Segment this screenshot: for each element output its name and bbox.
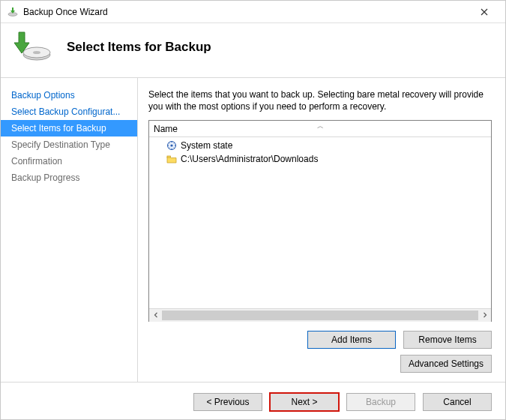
scroll-left-icon[interactable] <box>149 309 162 322</box>
main-panel: Select the items that you want to back u… <box>138 78 505 382</box>
folder-icon <box>166 153 178 165</box>
window-title: Backup Once Wizard <box>23 7 469 17</box>
wizard-body: Backup Options Select Backup Configurat.… <box>1 78 505 382</box>
horizontal-scrollbar[interactable] <box>149 308 491 321</box>
step-backup-options[interactable]: Backup Options <box>1 87 137 104</box>
scroll-right-icon[interactable] <box>478 309 491 322</box>
svg-rect-6 <box>167 156 171 158</box>
step-specify-destination-type: Specify Destination Type <box>1 136 137 153</box>
svg-point-5 <box>170 145 172 147</box>
items-listbox[interactable]: Name ︿ System state <box>148 120 492 322</box>
wizard-header: Select Items for Backup <box>1 23 505 78</box>
list-item[interactable]: System state <box>149 139 491 152</box>
scroll-track[interactable] <box>162 309 478 322</box>
item-buttons-row: Add Items Remove Items <box>148 331 492 349</box>
step-confirmation: Confirmation <box>1 153 137 170</box>
backup-button: Backup <box>346 393 415 411</box>
add-items-button[interactable]: Add Items <box>307 331 396 349</box>
advanced-row: Advanced Settings <box>148 355 492 373</box>
step-select-backup-configuration[interactable]: Select Backup Configurat... <box>1 104 137 120</box>
list-rows: System state C:\Users\Administrator\Down… <box>149 137 491 308</box>
step-select-items-for-backup[interactable]: Select Items for Backup <box>1 120 137 136</box>
steps-sidebar: Backup Options Select Backup Configurat.… <box>1 78 138 382</box>
remove-items-button[interactable]: Remove Items <box>403 331 492 349</box>
step-backup-progress: Backup Progress <box>1 170 137 186</box>
cancel-button[interactable]: Cancel <box>423 393 492 411</box>
wizard-footer: < Previous Next > Backup Cancel <box>1 382 505 420</box>
page-title: Select Items for Backup <box>67 40 211 55</box>
close-button[interactable] <box>469 2 499 22</box>
scroll-thumb[interactable] <box>162 310 478 320</box>
column-header-name[interactable]: Name ︿ <box>149 121 491 137</box>
list-item-label: C:\Users\Administrator\Downloads <box>181 154 318 164</box>
app-icon <box>7 6 19 18</box>
next-button[interactable]: Next > <box>270 393 339 411</box>
instructions-text: Select the items that you want to back u… <box>148 88 492 112</box>
list-item[interactable]: C:\Users\Administrator\Downloads <box>149 152 491 166</box>
sort-indicator-icon: ︿ <box>317 122 324 131</box>
system-state-icon <box>166 140 178 152</box>
previous-button[interactable]: < Previous <box>193 393 262 411</box>
wizard-icon <box>11 29 53 65</box>
svg-point-3 <box>33 51 40 54</box>
advanced-settings-button[interactable]: Advanced Settings <box>400 355 492 373</box>
list-item-label: System state <box>181 140 232 151</box>
title-bar: Backup Once Wizard <box>1 1 505 23</box>
column-header-label: Name <box>154 124 178 134</box>
